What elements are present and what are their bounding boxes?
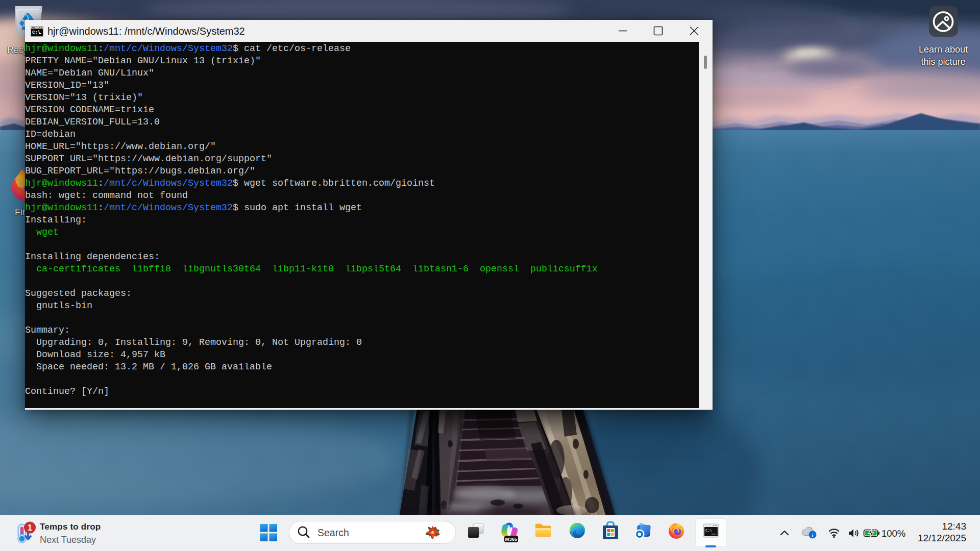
svg-text:M365: M365 [505,536,518,542]
svg-text:1: 1 [28,523,32,532]
svg-text:i: i [812,532,813,538]
svg-text:C:\: C:\ [705,529,712,533]
svg-text:C:\: C:\ [32,30,41,35]
